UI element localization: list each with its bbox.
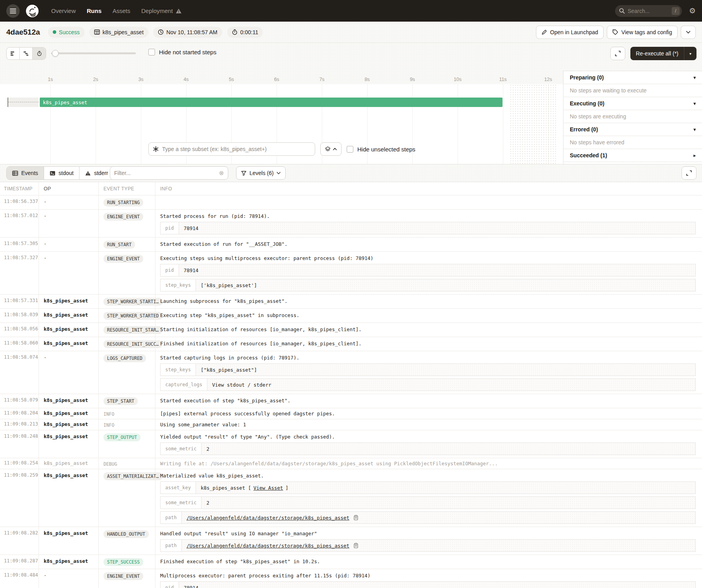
filter-clear-icon[interactable]: ⊗ — [219, 170, 224, 177]
log-row[interactable]: 11:09:08.282k8s_pipes_assetHANDLED_OUTPU… — [0, 527, 702, 555]
log-row[interactable]: 11:08:57.305-RUN_STARTStarted execution … — [0, 238, 702, 252]
metadata-value: k8s_pipes_asset [View Asset] — [196, 482, 695, 494]
dagster-logo-icon[interactable] — [25, 4, 39, 18]
timed-view-button[interactable] — [33, 48, 46, 59]
event-info-cell: Started process for run (pid: 78914).pid… — [155, 210, 702, 237]
hide-not-started-row: Hide not started steps — [148, 49, 216, 55]
log-row[interactable]: 11:09:08.484-ENGINE_EVENTMultiprocess ex… — [0, 569, 702, 588]
gantt-fullscreen-button[interactable] — [610, 47, 625, 60]
log-row[interactable]: 11:09:08.204k8s_pipes_assetINFO[pipes] e… — [0, 408, 702, 419]
zoom-slider-thumb[interactable] — [52, 50, 59, 57]
step-panel-section-header[interactable]: Executing (0)▾ — [563, 97, 702, 110]
timestamp-cell: 11:08:57.012 — [0, 210, 39, 237]
waterfall-view-icon — [23, 51, 29, 56]
reexecute-options-chevron-icon[interactable]: ▾ — [684, 47, 696, 60]
search-input[interactable] — [628, 8, 663, 14]
log-filter-input[interactable] — [114, 170, 219, 176]
event-info-cell: [pipes] external process successfully op… — [155, 408, 702, 419]
nav-item-overview[interactable]: Overview — [51, 7, 76, 14]
event-type-cell: DEBUG — [99, 458, 155, 469]
tab-stdout[interactable]: stdout — [44, 167, 79, 179]
warning-icon — [85, 171, 91, 176]
log-row[interactable]: 11:08:58.039k8s_pipes_assetSTEP_WORKER_S… — [0, 309, 702, 323]
event-info-cell: Yielded output "result" of type "Any". (… — [155, 430, 702, 458]
log-row[interactable]: 11:09:08.287k8s_pipes_assetSTEP_SUCCESSF… — [0, 555, 702, 569]
nav-item-runs[interactable]: Runs — [87, 7, 102, 14]
hide-not-started-checkbox[interactable] — [148, 49, 155, 55]
log-row[interactable]: 11:08:57.327-ENGINE_EVENTExecuting steps… — [0, 252, 702, 295]
event-info-text: Started execution of step "k8s_pipes_ass… — [160, 397, 696, 404]
log-section: Eventsstdoutstderr ⊗ Levels (6) TIMESTAM… — [0, 164, 702, 588]
job-chip[interactable]: k8s_pipes_asset — [89, 27, 148, 38]
timestamp-cell: 11:09:08.259 — [0, 469, 39, 527]
hide-unselected-checkbox[interactable] — [347, 146, 353, 153]
event-type-cell: RESOURCE_INIT_STAR… — [99, 323, 155, 337]
log-fullscreen-button[interactable] — [682, 166, 696, 180]
nav-item-deployment[interactable]: Deployment — [141, 7, 182, 14]
step-panel-section-header[interactable]: Errored (0)▾ — [563, 123, 702, 136]
levels-dropdown[interactable]: Levels (6) — [236, 166, 286, 180]
tab-label: stdout — [59, 170, 74, 176]
log-row[interactable]: 11:09:08.254k8s_pipes_assetDEBUGWriting … — [0, 458, 702, 469]
log-row[interactable]: 11:08:57.331k8s_pipes_assetSTEP_WORKER_S… — [0, 295, 702, 309]
copy-icon[interactable] — [353, 515, 358, 520]
log-row[interactable]: 11:08:58.079k8s_pipes_assetSTEP_STARTSta… — [0, 394, 702, 408]
event-type-cell: INFO — [99, 408, 155, 419]
log-row[interactable]: 11:09:08.213k8s_pipes_assetINFOUsing som… — [0, 419, 702, 430]
gantt-chart: k8s_pipes_asset — [0, 84, 563, 164]
step-panel-section-header[interactable]: Preparing (0)▾ — [563, 71, 702, 84]
open-in-launchpad-button[interactable]: Open in Launchpad — [536, 26, 604, 39]
chevron-down-icon: ▾ — [693, 75, 696, 80]
log-row[interactable]: 11:08:56.337-RUN_STARTING — [0, 195, 702, 210]
gantt-overrun-hatch — [510, 84, 558, 164]
chevron-down-icon: ▾ — [693, 127, 696, 132]
event-info-text: Started process for run (pid: 78914). — [160, 213, 696, 219]
log-row[interactable]: 11:09:08.248k8s_pipes_assetSTEP_OUTPUTYi… — [0, 430, 702, 458]
step-panel-section-title: Executing (0) — [570, 100, 604, 107]
event-type-cell: ASSET_MATERIALIZAT… — [99, 469, 155, 527]
nav-item-assets[interactable]: Assets — [113, 7, 130, 14]
search-shortcut-key: / — [672, 7, 680, 15]
tab-events[interactable]: Events — [7, 167, 44, 179]
top-nav: OverviewRunsAssetsDeployment / ⚙ — [0, 0, 702, 22]
metadata-value-link[interactable]: /Users/alangenfeld/data/dagster/storage/… — [187, 543, 349, 549]
graph-query-toggle-button[interactable] — [320, 142, 342, 156]
log-row[interactable]: 11:08:58.074-LOGS_CAPTUREDStarted captur… — [0, 351, 702, 394]
settings-gear-icon[interactable]: ⚙ — [689, 7, 696, 15]
metadata-value: 78914 — [179, 582, 695, 588]
metadata-entry: step_keys["k8s_pipes_asset"] — [160, 363, 696, 376]
op-cell: k8s_pipes_asset — [39, 555, 99, 569]
view-asset-link[interactable]: View Asset — [253, 485, 283, 491]
event-type-cell: STEP_SUCCESS — [99, 555, 155, 569]
step-panel-section-header[interactable]: Succeeded (1)▸ — [563, 149, 702, 162]
event-type-badge: ASSET_MATERIALIZAT… — [103, 472, 163, 480]
event-type-cell: HANDLED_OUTPUT — [99, 527, 155, 555]
log-row[interactable]: 11:08:57.012-ENGINE_EVENTStarted process… — [0, 210, 702, 238]
step-subset-input[interactable] — [162, 146, 311, 152]
metadata-value-link[interactable]: /Users/alangenfeld/data/dagster/storage/… — [187, 515, 349, 521]
event-info-cell: Executing step "k8s_pipes_asset" in subp… — [155, 309, 702, 323]
nav-item-label: Overview — [51, 7, 76, 14]
reexecute-all-button[interactable]: Re-execute all (*) ▾ — [630, 47, 696, 60]
log-row[interactable]: 11:09:08.259k8s_pipes_assetASSET_MATERIA… — [0, 469, 702, 527]
log-row[interactable]: 11:08:58.056k8s_pipes_assetRESOURCE_INIT… — [0, 323, 702, 337]
tab-stderr[interactable]: stderr — [79, 167, 114, 179]
run-more-actions-button[interactable] — [681, 26, 696, 39]
log-row[interactable]: 11:08:58.060k8s_pipes_assetRESOURCE_INIT… — [0, 337, 702, 351]
run-timestamp-chip: Nov 10, 11:08:57 AM — [153, 27, 222, 38]
event-type-cell: ENGINE_EVENT — [99, 210, 155, 237]
metadata-entry: captured_logsView stdout / stderr — [160, 378, 696, 391]
flat-view-button[interactable] — [7, 48, 20, 59]
event-info-cell: Handled output "result" using IO manager… — [155, 527, 702, 555]
zoom-slider[interactable] — [51, 52, 136, 54]
gridline — [50, 84, 51, 164]
event-type-cell: RESOURCE_INIT_SUCC… — [99, 337, 155, 351]
waterfall-view-button[interactable] — [20, 48, 33, 59]
copy-icon[interactable] — [353, 543, 358, 548]
search-box[interactable]: / — [615, 5, 682, 17]
status-dot-icon — [53, 30, 56, 34]
view-tags-config-button[interactable]: View tags and config — [607, 26, 678, 39]
gantt-step-bar[interactable]: k8s_pipes_asset — [40, 98, 502, 107]
menu-icon[interactable] — [6, 4, 20, 18]
terminal-icon — [50, 171, 55, 176]
